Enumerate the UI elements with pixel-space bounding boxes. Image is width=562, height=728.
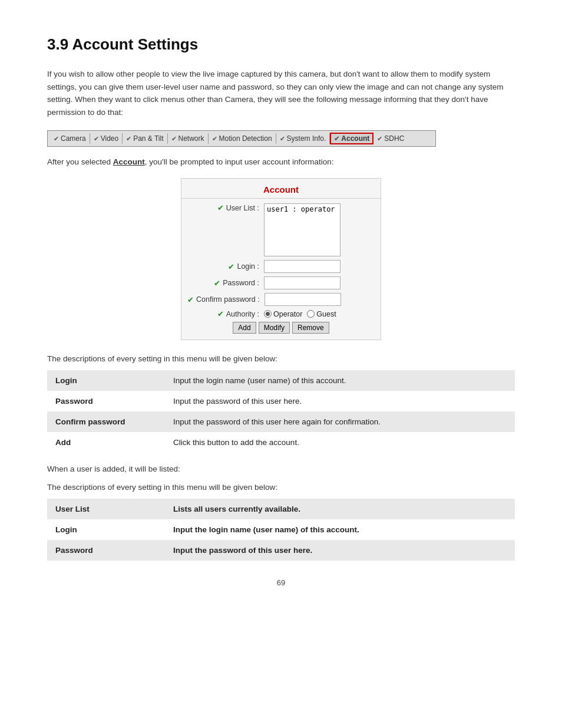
password-input[interactable] bbox=[264, 276, 340, 289]
nav-item-video[interactable]: ✔Video bbox=[90, 133, 123, 144]
table-row: LoginInput the login name (user name) of… bbox=[47, 519, 515, 540]
password-label: ✔ Password : bbox=[187, 279, 264, 288]
table-row: AddClick this button to add the account. bbox=[47, 432, 515, 453]
check-icon-authority: ✔ bbox=[217, 309, 224, 318]
user-list-row: ✔ User List : bbox=[187, 203, 375, 256]
nav-item-camera[interactable]: ✔Camera bbox=[50, 133, 90, 144]
field-desc: Input the password of this user here. bbox=[165, 540, 515, 561]
field-desc: Lists all users currently available. bbox=[165, 499, 515, 519]
field-label: User List bbox=[47, 499, 165, 519]
user-list-box[interactable] bbox=[264, 203, 340, 256]
field-desc: Input the password of this user here. bbox=[165, 391, 515, 411]
nav-check-icon: ✔ bbox=[280, 135, 285, 143]
nav-check-icon: ✔ bbox=[377, 135, 382, 143]
check-icon-userlist: ✔ bbox=[217, 203, 224, 212]
account-bold: Account bbox=[113, 157, 145, 166]
nav-item-sdhc[interactable]: ✔SDHC bbox=[373, 133, 408, 144]
nav-item-pan---tilt[interactable]: ✔Pan & Tilt bbox=[123, 133, 167, 144]
field-desc: Click this button to add the account. bbox=[165, 432, 515, 453]
add-button[interactable]: Add bbox=[233, 322, 256, 334]
nav-item-system-info-[interactable]: ✔System Info. bbox=[276, 133, 330, 144]
page-title: 3.9 Account Settings bbox=[47, 35, 515, 54]
authority-radio-group: Operator Guest bbox=[264, 310, 336, 318]
nav-item-motion-detection[interactable]: ✔Motion Detection bbox=[209, 133, 276, 144]
check-icon-confirm: ✔ bbox=[187, 295, 194, 304]
description-table-1: LoginInput the login name (user name) of… bbox=[47, 370, 515, 453]
operator-radio[interactable]: Operator bbox=[264, 310, 302, 318]
account-title: Account bbox=[181, 179, 381, 199]
guest-radio[interactable]: Guest bbox=[307, 310, 336, 318]
authority-row: ✔ Authority : Operator Guest bbox=[187, 309, 375, 318]
login-row: ✔ Login : bbox=[187, 260, 375, 273]
field-label: Password bbox=[47, 540, 165, 561]
descriptions2-intro: The descriptions of every setting in thi… bbox=[47, 483, 515, 492]
table-row: PasswordInput the password of this user … bbox=[47, 391, 515, 411]
remove-button[interactable]: Remove bbox=[292, 322, 329, 334]
table-row: LoginInput the login name (user name) of… bbox=[47, 370, 515, 391]
login-label: ✔ Login : bbox=[187, 262, 264, 271]
field-label: Login bbox=[47, 370, 165, 391]
nav-item-network[interactable]: ✔Network bbox=[168, 133, 209, 144]
nav-check-icon: ✔ bbox=[171, 135, 177, 143]
operator-radio-dot bbox=[264, 310, 272, 318]
nav-check-icon: ✔ bbox=[126, 135, 131, 143]
field-label: Confirm password bbox=[47, 411, 165, 432]
field-label: Add bbox=[47, 432, 165, 453]
intro-text: If you wish to allow other people to vie… bbox=[47, 68, 515, 118]
after-text: After you selected Account, you'll be pr… bbox=[47, 157, 515, 166]
confirm-password-row: ✔ Confirm password : bbox=[187, 293, 375, 306]
guest-label: Guest bbox=[316, 310, 336, 318]
action-row: Add Modify Remove bbox=[187, 322, 375, 334]
field-desc: Input the password of this user here aga… bbox=[165, 411, 515, 432]
description-table-2: User ListLists all users currently avail… bbox=[47, 499, 515, 561]
field-desc: Input the login name (user name) of this… bbox=[165, 370, 515, 391]
confirm-password-label: ✔ Confirm password : bbox=[187, 295, 265, 304]
page-number: 69 bbox=[47, 578, 515, 587]
check-icon-password: ✔ bbox=[214, 279, 220, 288]
nav-check-icon: ✔ bbox=[334, 135, 339, 143]
password-row: ✔ Password : bbox=[187, 276, 375, 289]
account-panel: Account ✔ User List : ✔ Login : ✔ Passwo… bbox=[181, 178, 381, 340]
field-label: Login bbox=[47, 519, 165, 540]
nav-bar: ✔Camera✔Video✔Pan & Tilt✔Network✔Motion … bbox=[47, 130, 436, 147]
check-icon-login: ✔ bbox=[228, 262, 234, 271]
nav-check-icon: ✔ bbox=[94, 135, 99, 143]
confirm-password-input[interactable] bbox=[265, 293, 341, 306]
guest-radio-dot bbox=[307, 310, 315, 318]
table-row: PasswordInput the password of this user … bbox=[47, 540, 515, 561]
when-added-text: When a user is added, it will be listed: bbox=[47, 465, 515, 473]
table-row: Confirm passwordInput the password of th… bbox=[47, 411, 515, 432]
nav-item-account[interactable]: ✔Account bbox=[330, 133, 373, 144]
modify-button[interactable]: Modify bbox=[259, 322, 290, 334]
nav-check-icon: ✔ bbox=[212, 135, 217, 143]
field-label: Password bbox=[47, 391, 165, 411]
login-input[interactable] bbox=[264, 260, 340, 273]
descriptions-intro: The descriptions of every setting in thi… bbox=[47, 354, 515, 363]
user-list-label: ✔ User List : bbox=[187, 203, 264, 212]
operator-label: Operator bbox=[273, 310, 302, 318]
table-row: User ListLists all users currently avail… bbox=[47, 499, 515, 519]
nav-check-icon: ✔ bbox=[54, 135, 59, 143]
field-desc: Input the login name (user name) of this… bbox=[165, 519, 515, 540]
authority-label: ✔ Authority : bbox=[187, 309, 264, 318]
